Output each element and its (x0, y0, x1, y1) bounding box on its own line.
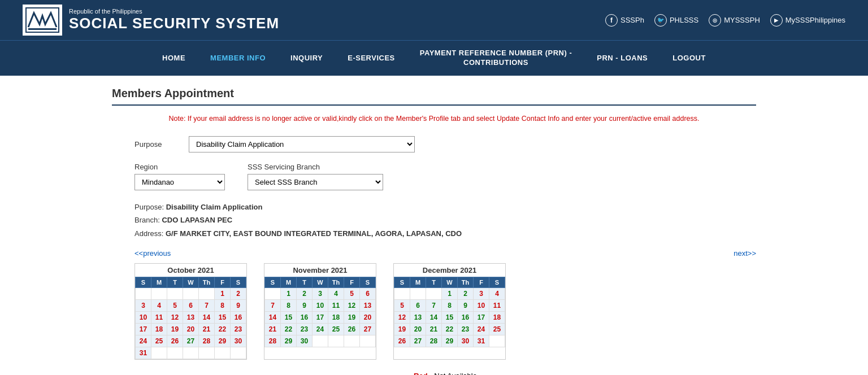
cal-day[interactable]: 6 (360, 287, 376, 299)
cal-day[interactable]: 25 (151, 335, 167, 347)
cal-day[interactable]: 10 (474, 299, 489, 311)
purpose-select[interactable]: Disability Claim Application (189, 136, 415, 152)
nav-home[interactable]: HOME (150, 46, 198, 70)
cal-day[interactable]: 5 (344, 287, 360, 299)
cal-day[interactable]: 15 (442, 311, 458, 323)
cal-day[interactable]: 5 (167, 299, 183, 311)
cal-day[interactable]: 20 (410, 323, 426, 335)
cal-day[interactable]: 30 (231, 335, 246, 347)
cal-day[interactable]: 15 (281, 311, 297, 323)
cal-day[interactable]: 18 (489, 311, 505, 323)
cal-day[interactable]: 1 (442, 287, 458, 299)
cal-day[interactable]: 23 (297, 323, 313, 335)
cal-day[interactable]: 24 (313, 323, 328, 335)
cal-day[interactable]: 3 (136, 299, 151, 311)
cal-day[interactable]: 9 (458, 299, 474, 311)
youtube-link[interactable]: ▶ MySSSPhilippines (770, 14, 845, 27)
cal-day[interactable]: 12 (394, 311, 410, 323)
cal-day[interactable]: 26 (167, 335, 183, 347)
cal-day[interactable]: 29 (215, 335, 231, 347)
cal-day[interactable]: 17 (313, 311, 328, 323)
cal-day[interactable]: 29 (281, 335, 297, 347)
cal-day[interactable]: 9 (297, 299, 313, 311)
cal-day[interactable]: 20 (183, 323, 199, 335)
nav-eservices[interactable]: E-SERVICES (335, 46, 407, 70)
cal-day[interactable]: 8 (215, 299, 231, 311)
cal-day[interactable]: 2 (231, 287, 246, 299)
cal-day[interactable]: 21 (265, 323, 281, 335)
region-select[interactable]: Mindanao (134, 174, 225, 190)
cal-day[interactable]: 6 (410, 299, 426, 311)
cal-day[interactable]: 17 (474, 311, 489, 323)
cal-day[interactable]: 28 (199, 335, 215, 347)
cal-day[interactable]: 19 (344, 311, 360, 323)
cal-day[interactable]: 24 (136, 335, 151, 347)
cal-day[interactable]: 22 (215, 323, 231, 335)
cal-day[interactable]: 10 (313, 299, 328, 311)
cal-day[interactable]: 1 (281, 287, 297, 299)
cal-day[interactable]: 24 (474, 323, 489, 335)
facebook-link[interactable]: f SSSPh (605, 14, 644, 27)
nav-prn-loans[interactable]: PRN - LOANS (584, 46, 660, 70)
cal-day[interactable]: 23 (458, 323, 474, 335)
cal-day[interactable]: 28 (426, 335, 442, 347)
cal-day[interactable]: 30 (458, 335, 474, 347)
cal-day[interactable]: 3 (313, 287, 328, 299)
cal-day[interactable]: 20 (360, 311, 376, 323)
cal-day[interactable]: 28 (265, 335, 281, 347)
instagram-link[interactable]: ◎ MYSSSPH (709, 14, 760, 27)
cal-day[interactable]: 8 (281, 299, 297, 311)
cal-day[interactable]: 27 (360, 323, 376, 335)
cal-day[interactable]: 27 (183, 335, 199, 347)
cal-day[interactable]: 11 (489, 299, 505, 311)
cal-day[interactable]: 27 (410, 335, 426, 347)
cal-day[interactable]: 8 (442, 299, 458, 311)
cal-day[interactable]: 18 (328, 311, 344, 323)
nav-inquiry[interactable]: INQUIRY (278, 46, 335, 70)
cal-day[interactable]: 16 (231, 311, 246, 323)
nav-prn-contributions[interactable]: PAYMENT REFERENCE NUMBER (PRN) -CONTRIBU… (407, 41, 585, 76)
cal-day[interactable]: 16 (458, 311, 474, 323)
cal-day[interactable]: 10 (136, 311, 151, 323)
cal-day[interactable]: 22 (281, 323, 297, 335)
cal-day[interactable]: 16 (297, 311, 313, 323)
cal-day[interactable]: 13 (410, 311, 426, 323)
cal-day[interactable]: 2 (297, 287, 313, 299)
cal-day[interactable]: 29 (442, 335, 458, 347)
nav-logout[interactable]: LOGOUT (660, 46, 718, 70)
cal-day[interactable]: 13 (360, 299, 376, 311)
cal-day[interactable]: 30 (297, 335, 313, 347)
cal-day[interactable]: 14 (426, 311, 442, 323)
cal-day[interactable]: 25 (328, 323, 344, 335)
nav-member-info[interactable]: MEMBER INFO (198, 46, 278, 70)
cal-day[interactable]: 14 (199, 311, 215, 323)
branch-select[interactable]: Select SSS Branch (248, 174, 383, 190)
cal-day[interactable]: 11 (151, 311, 167, 323)
cal-day[interactable]: 25 (489, 323, 505, 335)
cal-day[interactable]: 5 (394, 299, 410, 311)
prev-link[interactable]: <<previous (134, 249, 171, 258)
cal-day[interactable]: 26 (394, 335, 410, 347)
cal-day[interactable]: 31 (474, 335, 489, 347)
cal-day[interactable]: 4 (328, 287, 344, 299)
cal-day[interactable]: 4 (151, 299, 167, 311)
cal-day[interactable]: 7 (265, 299, 281, 311)
cal-day[interactable]: 31 (136, 347, 151, 359)
cal-day[interactable]: 19 (167, 323, 183, 335)
cal-day[interactable]: 21 (199, 323, 215, 335)
cal-day[interactable]: 26 (344, 323, 360, 335)
cal-day[interactable]: 15 (215, 311, 231, 323)
cal-day[interactable]: 17 (136, 323, 151, 335)
cal-day[interactable]: 6 (183, 299, 199, 311)
cal-day[interactable]: 19 (394, 323, 410, 335)
cal-day[interactable]: 23 (231, 323, 246, 335)
cal-day[interactable]: 11 (328, 299, 344, 311)
twitter-link[interactable]: 🐦 PHLSSS (654, 14, 698, 27)
cal-day[interactable]: 18 (151, 323, 167, 335)
cal-day[interactable]: 7 (426, 299, 442, 311)
cal-day[interactable]: 12 (344, 299, 360, 311)
next-link[interactable]: next>> (734, 249, 756, 258)
cal-day[interactable]: 9 (231, 299, 246, 311)
cal-day[interactable]: 21 (426, 323, 442, 335)
cal-day[interactable]: 2 (458, 287, 474, 299)
